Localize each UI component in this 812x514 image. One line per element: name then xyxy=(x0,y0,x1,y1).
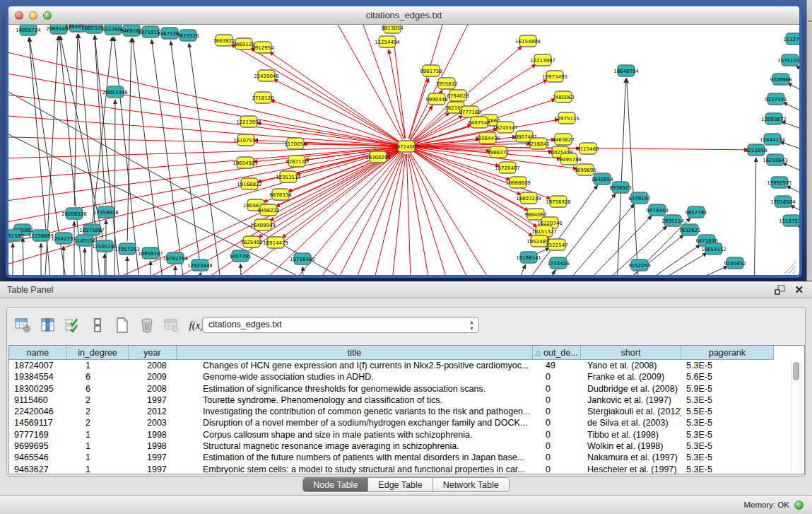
delete-table-button[interactable] xyxy=(163,316,181,334)
network-node[interactable]: 7485063 xyxy=(552,91,574,103)
network-node[interactable]: 9990448 xyxy=(425,93,447,105)
network-node[interactable]: 15716485 xyxy=(290,253,315,264)
network-node[interactable]: 12093872 xyxy=(761,113,787,124)
network-node[interactable]: 14055724 xyxy=(16,25,41,35)
network-node[interactable]: 9457791 xyxy=(229,250,251,262)
network-node[interactable]: 9474444 xyxy=(646,204,669,216)
network-node[interactable]: 6497548 xyxy=(468,117,490,128)
network-node[interactable]: 1112753 xyxy=(783,33,799,45)
network-node[interactable]: 8878334 xyxy=(269,189,292,200)
tab-edge-table[interactable]: Edge Table xyxy=(368,478,433,491)
network-node[interactable]: 19166822 xyxy=(237,178,262,189)
column-header-name[interactable]: name xyxy=(9,346,67,360)
network-node[interactable]: 9115460 xyxy=(577,143,599,154)
delete-column-button[interactable] xyxy=(138,316,156,334)
scrollbar-thumb[interactable] xyxy=(793,362,799,380)
table-settings-button[interactable] xyxy=(14,316,33,334)
network-node[interactable]: 9699695 xyxy=(574,164,596,175)
zoom-button[interactable] xyxy=(43,11,52,20)
column-header-out-degree[interactable]: △ out_de... xyxy=(533,346,581,360)
network-node[interactable]: 1640954 xyxy=(591,173,613,185)
network-node[interactable]: 2522547 xyxy=(546,239,567,250)
network-node[interactable]: 13992971 xyxy=(767,177,792,188)
table-row[interactable]: 1456911722003Disruption of a novel membe… xyxy=(9,417,804,428)
network-node[interactable]: 12975115 xyxy=(554,112,579,124)
float-panel-icon[interactable] xyxy=(775,285,786,295)
table-vertical-scrollbar[interactable] xyxy=(791,361,801,472)
network-node[interactable]: 7986372 xyxy=(487,146,509,158)
network-node[interactable]: 9329966 xyxy=(770,74,792,85)
table-row[interactable]: 977716911998Corpus callosum shape and si… xyxy=(9,429,804,440)
column-header-in-degree[interactable]: in_degree xyxy=(67,346,129,360)
network-node[interactable]: 9152259 xyxy=(628,259,650,271)
show-columns-button[interactable] xyxy=(39,316,57,334)
network-node[interactable]: 6794028 xyxy=(447,90,469,101)
column-header-year[interactable]: year xyxy=(129,346,177,360)
network-node[interactable]: 16154808 xyxy=(515,35,541,47)
network-node[interactable]: 2935114 xyxy=(661,215,684,226)
table-row[interactable]: 1938455462009Genome-wide association stu… xyxy=(9,371,804,382)
network-node[interactable]: 9777169 xyxy=(459,106,481,117)
table-selector[interactable]: citations_edges.txt ▲▼ xyxy=(202,317,479,333)
network-node[interactable]: 16648784 xyxy=(613,65,639,76)
network-node[interactable]: 20206526 xyxy=(61,208,87,219)
window-titlebar[interactable]: citations_edges.txt xyxy=(8,6,799,25)
network-node[interactable]: 1170054 xyxy=(284,138,307,149)
column-header-pagerank[interactable]: pagerank xyxy=(681,346,774,360)
network-node[interactable]: 9498222 xyxy=(257,204,279,216)
network-node[interactable]: 10688609 xyxy=(505,177,531,188)
network-node[interactable]: 6216041 xyxy=(527,138,549,149)
select-columns-button[interactable] xyxy=(64,316,82,334)
network-node[interactable]: 16782759 xyxy=(163,252,188,264)
network-node[interactable]: 8813054 xyxy=(381,25,404,33)
network-node[interactable]: 12923448 xyxy=(187,259,213,271)
network-node[interactable]: 7955812 xyxy=(435,78,457,89)
network-node[interactable]: 19756928 xyxy=(546,196,571,207)
network-node[interactable]: 1733426 xyxy=(547,257,570,269)
network-node[interactable]: 15751074 xyxy=(777,54,799,66)
table-row[interactable]: 946362711997Embryonic stem cells: a mode… xyxy=(9,464,804,474)
network-node[interactable]: 8215958 xyxy=(745,144,767,156)
network-node[interactable]: 6379197 xyxy=(628,192,650,204)
network-node[interactable]: 7632621 xyxy=(678,224,700,235)
network-node[interactable]: 11167531 xyxy=(779,215,799,226)
network-node[interactable]: 20053346 xyxy=(102,86,128,98)
network-node[interactable]: 9857791 xyxy=(685,206,707,218)
network-node[interactable]: 9463627 xyxy=(552,134,574,145)
network-node[interactable]: 10958107 xyxy=(138,247,163,259)
network-graph[interactable]: 1405572420691406188493131065328715276026… xyxy=(8,25,799,275)
network-node[interactable]: 12213953 xyxy=(236,116,261,127)
network-node[interactable]: 7663822 xyxy=(213,35,235,46)
resize-grip-icon[interactable] xyxy=(784,262,796,274)
network-node[interactable]: 11254494 xyxy=(375,36,400,47)
close-panel-icon[interactable]: ✕ xyxy=(794,284,804,296)
create-column-button[interactable] xyxy=(113,316,131,334)
column-header-title[interactable]: title xyxy=(177,346,533,360)
table-row[interactable]: 1830029562008Estimation of significance … xyxy=(9,383,804,395)
table-row[interactable]: 2242004622012Investigating the contribut… xyxy=(9,406,804,417)
minimize-button[interactable] xyxy=(29,11,37,20)
table-row[interactable]: 946554611997Estimation of the future num… xyxy=(9,452,804,463)
table-row[interactable]: 969969511998Structural magnetic resonanc… xyxy=(9,440,804,452)
network-node[interactable]: 16107554 xyxy=(233,134,259,146)
table-row[interactable]: 1872400712008Changes of HCN gene express… xyxy=(9,360,804,371)
table-row[interactable]: 911546021997Tourette syndrome. Phenomeno… xyxy=(9,395,804,406)
row-height-button[interactable] xyxy=(88,316,107,334)
network-node[interactable]: 15720407 xyxy=(495,162,520,173)
tab-network-table[interactable]: Network Table xyxy=(433,478,509,491)
tab-node-table[interactable]: Node Table xyxy=(303,478,368,491)
network-node[interactable]: 2718120 xyxy=(252,92,273,103)
network-node[interactable]: 7615526 xyxy=(177,30,199,41)
network-node[interactable]: 6961758 xyxy=(420,65,442,76)
network-node[interactable]: 9245652 xyxy=(724,257,746,269)
network-node[interactable]: 12042737 xyxy=(51,233,76,244)
network-node[interactable]: 22420046 xyxy=(254,70,279,81)
network-node[interactable]: 12213987 xyxy=(530,54,555,66)
close-button[interactable] xyxy=(15,11,23,20)
network-node[interactable]: 8267130 xyxy=(286,156,307,167)
network-view-window[interactable]: citations_edges.txt 14055724206914061884… xyxy=(6,4,802,278)
column-header-short[interactable]: short xyxy=(581,346,681,360)
network-canvas[interactable]: 1405572420691406188493131065328715276026… xyxy=(8,25,799,275)
network-node[interactable]: 12444134 xyxy=(760,134,785,145)
network-node[interactable]: 8938923 xyxy=(609,182,631,193)
